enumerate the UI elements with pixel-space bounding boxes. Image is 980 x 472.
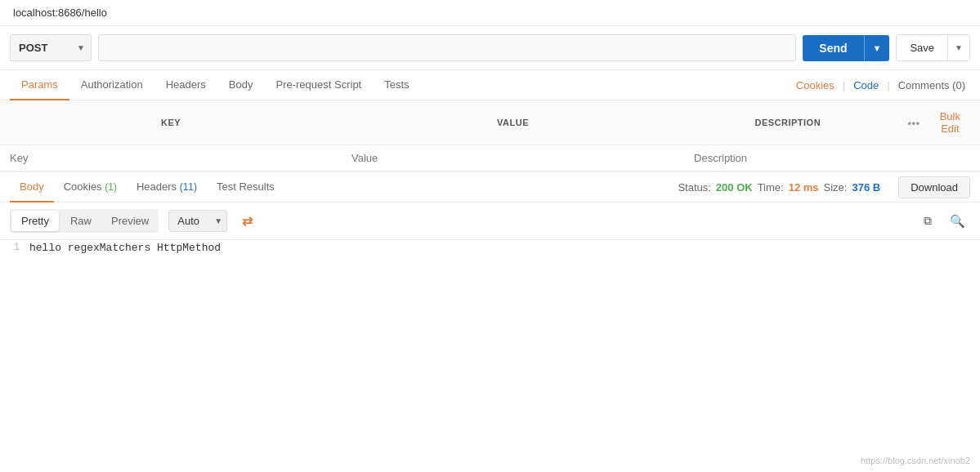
desc-input[interactable] bbox=[684, 145, 891, 171]
table-row bbox=[0, 145, 980, 171]
value-input[interactable] bbox=[342, 145, 684, 171]
comments-link[interactable]: Comments (0) bbox=[893, 71, 970, 100]
tab-headers[interactable]: Headers bbox=[154, 70, 217, 100]
line-code-1: hello regexMatchers HttpMethod bbox=[29, 242, 221, 254]
send-btn-group: Send ▼ bbox=[803, 35, 889, 61]
code-link[interactable]: Code bbox=[848, 71, 884, 100]
bulk-edit-button[interactable]: Bulk Edit bbox=[930, 105, 970, 140]
format-select-wrapper: Auto JSON XML HTML Text ▼ bbox=[168, 210, 227, 232]
status-label: Status: bbox=[678, 181, 710, 194]
copy-icon: ⧉ bbox=[924, 214, 932, 228]
size-value: 376 B bbox=[852, 181, 880, 194]
more-options-icon[interactable]: ••• bbox=[902, 112, 927, 134]
format-select[interactable]: Auto JSON XML HTML Text bbox=[168, 210, 227, 232]
body-toolbar: Pretty Raw Preview Auto JSON XML HTML Te… bbox=[0, 203, 980, 240]
body-tab-pretty[interactable]: Pretty bbox=[11, 211, 59, 231]
body-tab-group: Pretty Raw Preview bbox=[10, 209, 159, 233]
resp-tab-headers[interactable]: Headers (11) bbox=[127, 172, 207, 203]
params-table: KEY VALUE DESCRIPTION ••• Bulk Edit bbox=[0, 100, 980, 171]
resp-meta: Status: 200 OK Time: 12 ms Size: 376 B D… bbox=[678, 176, 970, 198]
url-input[interactable]: localhost:8686/hello bbox=[98, 34, 796, 61]
tab-tests[interactable]: Tests bbox=[373, 70, 420, 100]
download-button[interactable]: Download bbox=[898, 176, 970, 198]
tab-body[interactable]: Body bbox=[217, 70, 265, 100]
url-bar-row: POST GET PUT DELETE PATCH ▼ localhost:86… bbox=[0, 26, 980, 70]
size-label: Size: bbox=[824, 181, 848, 194]
response-tabs-row: Body Cookies (1) Headers (11) Test Resul… bbox=[0, 172, 980, 203]
save-btn-group: Save ▼ bbox=[896, 34, 970, 61]
col-header-actions: ••• Bulk Edit bbox=[892, 100, 980, 145]
status-value: 200 OK bbox=[716, 181, 753, 194]
cookies-badge: (1) bbox=[105, 181, 117, 193]
tab-params[interactable]: Params bbox=[10, 70, 69, 100]
time-label: Time: bbox=[758, 181, 784, 194]
save-dropdown-button[interactable]: ▼ bbox=[947, 35, 969, 60]
resp-tab-body[interactable]: Body bbox=[10, 172, 54, 203]
search-button[interactable]: 🔍 bbox=[944, 210, 970, 233]
body-tab-preview[interactable]: Preview bbox=[101, 209, 159, 233]
tab-authorization[interactable]: Authorization bbox=[69, 70, 154, 100]
cookies-link[interactable]: Cookies bbox=[791, 71, 839, 100]
col-header-key: KEY bbox=[0, 100, 342, 145]
method-select[interactable]: POST GET PUT DELETE PATCH bbox=[10, 34, 92, 61]
key-input[interactable] bbox=[0, 145, 342, 171]
method-select-wrapper: POST GET PUT DELETE PATCH ▼ bbox=[10, 34, 92, 61]
send-button[interactable]: Send bbox=[803, 35, 863, 61]
send-dropdown-button[interactable]: ▼ bbox=[864, 35, 890, 61]
col-header-desc: DESCRIPTION bbox=[684, 100, 891, 145]
wrap-button[interactable]: ⇄ bbox=[234, 210, 260, 233]
page-title: localhost:8686/hello bbox=[13, 7, 107, 19]
search-icon: 🔍 bbox=[950, 214, 965, 229]
time-value: 12 ms bbox=[789, 181, 819, 194]
headers-badge: (11) bbox=[180, 181, 197, 193]
resp-tab-test-results[interactable]: Test Results bbox=[207, 172, 284, 203]
wrap-icon: ⇄ bbox=[242, 213, 253, 229]
line-number-1: 1 bbox=[0, 242, 29, 253]
save-button[interactable]: Save bbox=[897, 35, 947, 60]
col-header-value: VALUE bbox=[342, 100, 684, 145]
request-tabs: Params Authorization Headers Body Pre-re… bbox=[0, 70, 980, 100]
code-line-1: 1 hello regexMatchers HttpMethod bbox=[0, 240, 980, 256]
code-area: 1 hello regexMatchers HttpMethod bbox=[0, 240, 980, 338]
response-section: Body Cookies (1) Headers (11) Test Resul… bbox=[0, 171, 980, 338]
copy-button[interactable]: ⧉ bbox=[915, 210, 941, 233]
watermark: https://blog.csdn.net/xinob2 bbox=[861, 456, 970, 465]
resp-tab-cookies[interactable]: Cookies (1) bbox=[54, 172, 127, 203]
title-bar: localhost:8686/hello bbox=[0, 0, 980, 26]
body-tab-raw[interactable]: Raw bbox=[60, 209, 101, 233]
tab-prerequest[interactable]: Pre-request Script bbox=[264, 70, 373, 100]
